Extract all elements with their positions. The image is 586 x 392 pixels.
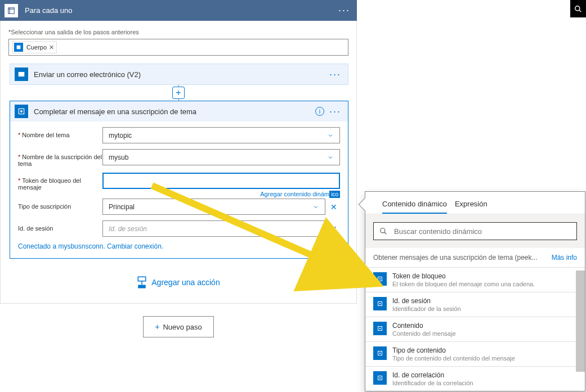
category-more-link[interactable]: Más info bbox=[552, 254, 577, 262]
email-action-card[interactable]: Enviar un correo electrónico (V2) ··· bbox=[10, 64, 348, 85]
svg-rect-2 bbox=[8, 7, 15, 13]
for-each-header[interactable]: Para cada uno ··· bbox=[0, 0, 357, 21]
insert-step-connector: + bbox=[1, 85, 356, 101]
sub-type-select[interactable]: Principal bbox=[102, 199, 325, 215]
for-each-body: *Seleccionar una salida de los pasos ant… bbox=[0, 21, 357, 304]
tab-dynamic-content[interactable]: Contenido dinámico bbox=[382, 200, 447, 214]
svg-rect-4 bbox=[19, 72, 25, 76]
plus-icon: + bbox=[155, 322, 159, 331]
svg-point-10 bbox=[381, 228, 385, 233]
dyn-item-title: Token de bloqueo bbox=[392, 272, 535, 280]
session-id-row: Id. de sesión ✕ bbox=[18, 220, 340, 237]
servicebus-icon bbox=[373, 346, 387, 360]
servicebus-icon bbox=[373, 272, 387, 286]
sub-name-value: mysub bbox=[109, 154, 128, 161]
svg-rect-9 bbox=[138, 285, 146, 289]
svg-rect-6 bbox=[20, 110, 23, 112]
dyn-item-content-type[interactable]: Tipo de contenido Tipo de contenido del … bbox=[365, 342, 585, 367]
new-step-button[interactable]: + Nuevo paso bbox=[143, 316, 214, 337]
dyn-item-title: Id. de correlación bbox=[392, 371, 473, 379]
dynamic-content-panel: Contenido dinámico Expresión Obtener men… bbox=[365, 191, 585, 391]
svg-rect-3 bbox=[17, 46, 21, 49]
dyn-item-correlation-id[interactable]: Id. de correlación Identificador de la c… bbox=[365, 367, 585, 391]
tab-expression[interactable]: Expresión bbox=[455, 200, 487, 214]
foreach-icon bbox=[5, 4, 18, 17]
svg-line-11 bbox=[384, 232, 387, 235]
svg-rect-21 bbox=[379, 377, 381, 379]
add-action-button[interactable]: Agregar una acción bbox=[137, 276, 220, 289]
select-output-input[interactable]: Cuerpo ✕ bbox=[8, 39, 348, 56]
session-id-clear-button[interactable]: ✕ bbox=[328, 220, 340, 237]
for-each-title: Para cada uno bbox=[25, 6, 73, 15]
chevron-down-icon bbox=[312, 204, 319, 210]
session-id-label: Id. de sesión bbox=[18, 220, 102, 232]
servicebus-icon bbox=[373, 322, 387, 335]
sub-name-row: *Nombre de la suscripción del tema mysub bbox=[18, 149, 340, 167]
outlook-icon bbox=[15, 67, 28, 81]
add-action-row: Agregar una acción bbox=[1, 276, 356, 291]
chip-label: Cuerpo bbox=[26, 44, 47, 51]
search-icon bbox=[379, 227, 387, 235]
servicebus-icon bbox=[15, 105, 28, 118]
dyn-item-desc: Tipo de contenido del contenido del mens… bbox=[392, 355, 515, 362]
svg-rect-19 bbox=[379, 353, 381, 354]
email-menu-icon[interactable]: ··· bbox=[329, 69, 341, 80]
search-tab[interactable] bbox=[570, 0, 586, 17]
insert-step-button[interactable]: + bbox=[172, 87, 185, 99]
servicebus-icon bbox=[373, 297, 387, 310]
email-action-title: Enviar un correo electrónico (V2) bbox=[34, 70, 141, 79]
complete-message-body: *Nombre del tema mytopic *Nombre de la s… bbox=[10, 121, 348, 258]
sub-name-select[interactable]: mysub bbox=[102, 149, 340, 165]
dyn-item-desc: Identificador de la sesión bbox=[392, 305, 461, 312]
servicebus-icon bbox=[373, 371, 387, 385]
dyn-item-desc: Identificador de la correlación bbox=[392, 380, 473, 386]
search-input[interactable] bbox=[393, 227, 571, 236]
dyn-link-badge: ico bbox=[329, 191, 340, 198]
complete-message-header[interactable]: Completar el mensaje en una suscripción … bbox=[10, 101, 348, 121]
new-step-row: + Nuevo paso bbox=[0, 304, 357, 350]
email-action-header[interactable]: Enviar un correo electrónico (V2) ··· bbox=[10, 64, 348, 84]
cuerpo-chip[interactable]: Cuerpo ✕ bbox=[12, 41, 57, 53]
chevron-down-icon bbox=[327, 132, 334, 139]
new-step-label: Nuevo paso bbox=[163, 323, 202, 331]
topic-name-label: *Nombre del tema bbox=[18, 127, 102, 138]
chevron-down-icon bbox=[327, 154, 334, 161]
sub-type-clear-button[interactable]: ✕ bbox=[328, 199, 340, 215]
add-dynamic-content-link[interactable]: Agregar contenido dinámico bbox=[102, 191, 340, 197]
body-icon bbox=[14, 43, 23, 52]
lock-token-input[interactable] bbox=[102, 173, 340, 189]
dyn-item-lock-token[interactable]: Token de bloqueo El token de bloqueo del… bbox=[365, 268, 585, 292]
add-action-icon bbox=[137, 276, 147, 289]
category-label: Obtener mensajes de una suscripción de t… bbox=[373, 254, 538, 262]
sub-type-label: Tipo de suscripción bbox=[18, 199, 102, 210]
dyn-item-desc: El token de bloqueo del mensaje como una… bbox=[392, 281, 535, 287]
connection-info[interactable]: Conectado a mysbusnsconn. Cambiar conexi… bbox=[18, 242, 340, 250]
sub-name-label: *Nombre de la suscripción del tema bbox=[18, 149, 102, 167]
chip-remove-icon[interactable]: ✕ bbox=[49, 44, 54, 51]
session-id-input[interactable] bbox=[102, 220, 325, 237]
svg-rect-13 bbox=[379, 278, 381, 280]
complete-menu-icon[interactable]: ··· bbox=[329, 106, 341, 118]
dyn-item-title: Id. de sesión bbox=[392, 297, 461, 305]
topic-name-select[interactable]: mytopic bbox=[102, 127, 340, 143]
search-box[interactable] bbox=[373, 222, 577, 240]
info-icon[interactable]: i bbox=[315, 107, 324, 116]
category-row: Obtener mensajes de una suscripción de t… bbox=[365, 248, 585, 267]
for-each-menu-icon[interactable]: ··· bbox=[338, 4, 350, 16]
panel-tabs: Contenido dinámico Expresión bbox=[365, 192, 585, 214]
svg-rect-17 bbox=[379, 328, 381, 329]
panel-scrollbar[interactable] bbox=[576, 248, 585, 391]
dyn-item-session-id[interactable]: Id. de sesión Identificador de la sesión bbox=[365, 292, 585, 317]
sub-type-value: Principal bbox=[109, 203, 135, 211]
sub-type-row: Tipo de suscripción Principal ✕ bbox=[18, 199, 340, 215]
add-action-label: Agregar una acción bbox=[151, 278, 220, 287]
svg-point-0 bbox=[575, 6, 580, 10]
topic-name-value: mytopic bbox=[109, 132, 132, 139]
scrollbar-thumb[interactable] bbox=[576, 271, 585, 372]
search-area bbox=[365, 214, 585, 248]
left-column: Para cada uno ··· *Seleccionar una salid… bbox=[0, 0, 357, 350]
dynamic-items-list: Token de bloqueo El token de bloqueo del… bbox=[365, 267, 585, 391]
lock-token-label: *Token de bloqueo del mensaje bbox=[18, 173, 102, 191]
dyn-item-title: Tipo de contenido bbox=[392, 346, 515, 354]
dyn-item-content[interactable]: Contenido Contenido del mensaje bbox=[365, 317, 585, 342]
